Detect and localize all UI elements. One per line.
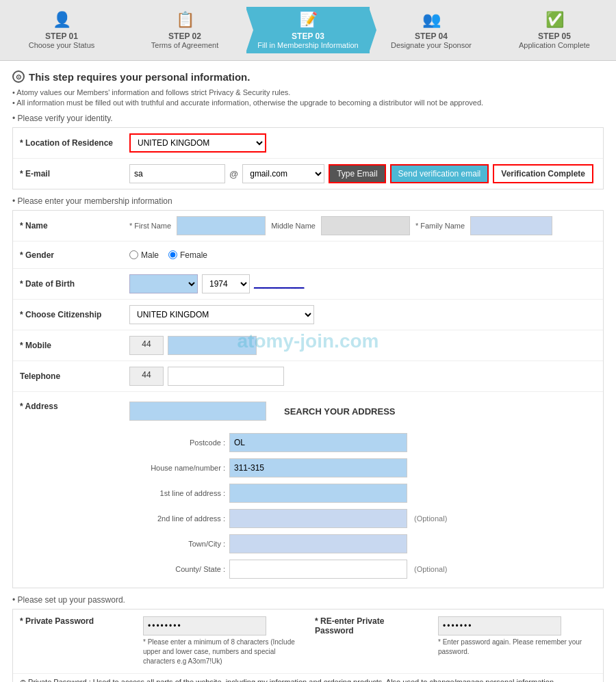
dob-year-select[interactable]: 1974: [202, 274, 250, 293]
membership-section: * Name * First Name Middle Name * Family…: [12, 210, 604, 588]
check-icon: ⊙: [12, 70, 25, 83]
step-4[interactable]: 👥 STEP 04 Designate your Sponsor: [370, 7, 493, 53]
send-verification-button[interactable]: Send verification email: [390, 164, 489, 183]
name-field-content: * First Name Middle Name * Family Name: [129, 216, 596, 235]
step-5-num: STEP 05: [538, 31, 571, 41]
citizenship-label: * Choose Citizenship: [20, 310, 129, 319]
re-private-password-label-col: * RE-enter Private Password: [315, 616, 424, 638]
membership-info-header: • Please enter your membership informati…: [12, 196, 604, 206]
male-option[interactable]: Male: [129, 250, 159, 260]
email-field-content: @ gmail.com yahoo.com hotmail.com Type E…: [129, 164, 596, 183]
address2-optional: (Optional): [414, 514, 447, 523]
type-email-button[interactable]: Type Email: [329, 164, 385, 183]
telephone-row: Telephone 44: [13, 361, 603, 392]
male-radio[interactable]: [129, 250, 138, 259]
search-address-label: SEARCH YOUR ADDRESS: [284, 406, 396, 417]
gender-field-content: Male Female: [129, 250, 596, 260]
female-radio[interactable]: [168, 250, 177, 259]
re-private-password-input[interactable]: [438, 616, 561, 635]
private-password-label: * Private Password: [20, 616, 129, 626]
citizenship-row: * Choose Citizenship UNITED KINGDOM: [13, 300, 603, 330]
county-input[interactable]: [229, 560, 407, 579]
step-5-icon: ✅: [546, 11, 564, 29]
tel-country-code: 44: [129, 367, 164, 386]
female-label: Female: [180, 250, 207, 260]
mobile-input[interactable]: [168, 336, 257, 355]
step-4-num: STEP 04: [415, 31, 448, 41]
dob-row: * Date of Birth 1974 ___________: [13, 269, 603, 300]
step-3-num: STEP 03: [292, 31, 324, 41]
step-1-num: STEP 01: [45, 31, 78, 41]
address-field-content: SEARCH YOUR ADDRESS Postcode : House nam…: [129, 397, 596, 582]
email-label: * E-mail: [20, 169, 129, 179]
mobile-label: * Mobile: [20, 341, 129, 350]
telephone-field-content: 44: [129, 367, 596, 386]
step-2[interactable]: 📋 STEP 02 Terms of Agreement: [123, 7, 246, 53]
town-label: Town/City :: [129, 540, 225, 548]
step-5-label: Application Complete: [519, 41, 590, 49]
telephone-label: Telephone: [20, 371, 129, 381]
name-label: * Name: [20, 221, 129, 231]
address2-input[interactable]: [229, 509, 407, 528]
house-input[interactable]: [229, 458, 407, 477]
telephone-input[interactable]: [168, 367, 284, 386]
step-3-label: Fill in Membership Information: [257, 41, 358, 49]
citizenship-select[interactable]: UNITED KINGDOM: [129, 305, 314, 324]
dob-extra-link[interactable]: ___________: [254, 279, 304, 289]
step-2-label: Terms of Agreement: [151, 41, 218, 49]
address2-row: 2nd line of address : (Optional): [129, 509, 447, 528]
page-title-row: ⊙ This step requires your personal infor…: [12, 70, 604, 83]
step-2-icon: 📋: [176, 11, 194, 29]
house-label: House name/number :: [129, 464, 225, 472]
identity-section: * Location of Residence UNITED KINGDOM *…: [12, 127, 604, 189]
step-1-label: Choose your Status: [29, 41, 95, 49]
step-1[interactable]: 👤 STEP 01 Choose your Status: [0, 7, 123, 53]
location-field-content: UNITED KINGDOM: [129, 133, 596, 153]
name-group: * First Name Middle Name * Family Name: [129, 216, 552, 235]
address-search-input[interactable]: [129, 402, 266, 421]
private-password-row: * Private Password * Please enter a mini…: [13, 609, 603, 674]
info-text-1: • Atomy values our Members' information …: [12, 88, 604, 96]
email-input[interactable]: [129, 164, 225, 183]
postcode-row: Postcode :: [129, 433, 407, 452]
town-input[interactable]: [229, 534, 407, 553]
dob-label: * Date of Birth: [20, 279, 129, 289]
address-search-bar: SEARCH YOUR ADDRESS: [129, 397, 396, 425]
mobile-country-code: 44: [129, 336, 164, 355]
family-name-label: * Family Name: [415, 222, 465, 230]
verification-complete-button[interactable]: Verification Complete: [493, 164, 593, 183]
stepper: 👤 STEP 01 Choose your Status 📋 STEP 02 T…: [0, 0, 616, 61]
verify-identity-header: • Please verify your identity.: [12, 114, 604, 123]
gender-group: Male Female: [129, 250, 207, 260]
step-3-icon: 📝: [299, 11, 318, 29]
private-password-input[interactable]: [143, 616, 266, 635]
step-3[interactable]: 📝 STEP 03 Fill in Membership Information: [246, 7, 370, 53]
location-select[interactable]: UNITED KINGDOM: [129, 133, 266, 153]
name-row: * Name * First Name Middle Name * Family…: [13, 211, 603, 241]
dob-group: 1974 ___________: [129, 274, 304, 293]
house-row: House name/number :: [129, 458, 407, 477]
county-row: County/ State : (Optional): [129, 560, 447, 579]
address1-label: 1st line of address :: [129, 489, 225, 497]
main-content: ⊙ This step requires your personal infor…: [0, 61, 616, 682]
mobile-field-content: 44: [129, 336, 596, 355]
county-optional: (Optional): [414, 565, 447, 573]
private-password-label-col: * Private Password: [20, 616, 129, 629]
gender-label: * Gender: [20, 250, 129, 260]
password-setup-header: • Please set up your password.: [12, 595, 604, 605]
location-row: * Location of Residence UNITED KINGDOM: [13, 128, 603, 159]
postcode-input[interactable]: [229, 433, 407, 452]
address1-input[interactable]: [229, 484, 407, 503]
middle-name-label: Middle Name: [271, 222, 316, 230]
step-5[interactable]: ✅ STEP 05 Application Complete: [493, 7, 616, 53]
first-name-label: * First Name: [129, 222, 171, 230]
dob-month-select[interactable]: [129, 274, 198, 293]
email-domain-select[interactable]: gmail.com yahoo.com hotmail.com: [242, 164, 324, 183]
step-4-icon: 👥: [422, 11, 441, 29]
address1-row: 1st line of address :: [129, 484, 407, 503]
middle-name-input[interactable]: [321, 216, 410, 235]
female-option[interactable]: Female: [168, 250, 207, 260]
family-name-input[interactable]: [470, 216, 552, 235]
first-name-input[interactable]: [177, 216, 266, 235]
mobile-row: * Mobile 44: [13, 330, 603, 361]
